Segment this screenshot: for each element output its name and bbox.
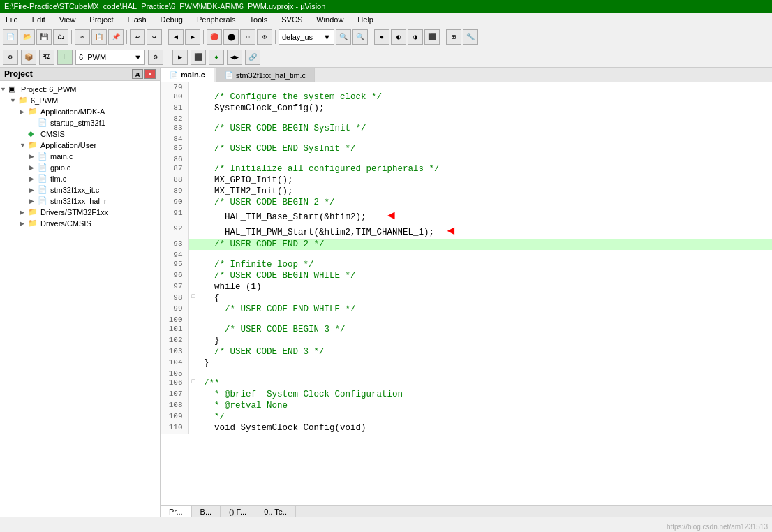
tree-item-node-6pwm[interactable]: ▼📁6_PWM bbox=[0, 95, 160, 106]
tree-item-node-stm32it[interactable]: ▶📄stm32f1xx_it.c bbox=[0, 184, 160, 195]
new-btn[interactable]: 📄 bbox=[3, 29, 18, 45]
tree-icon: 📄 bbox=[38, 163, 49, 172]
code-line-103: 103 /* USER CODE END 3 */ bbox=[161, 346, 772, 357]
save-all-btn[interactable]: 🗂 bbox=[53, 29, 68, 45]
menu-svcs[interactable]: SVCS bbox=[279, 14, 305, 25]
tree-item-node-startup[interactable]: 📄startup_stm32f1 bbox=[0, 117, 160, 128]
menu-peripherals[interactable]: Peripherals bbox=[194, 14, 239, 25]
find-btn[interactable]: 🔍 bbox=[336, 29, 351, 45]
line-code: /* USER CODE BEGIN 2 */ bbox=[198, 197, 772, 208]
grid-btn[interactable]: ⊞ bbox=[446, 29, 461, 45]
code-editor[interactable]: 7980 /* Configure the system clock */81 … bbox=[161, 82, 772, 505]
line-code: /* USER CODE END 3 */ bbox=[198, 346, 772, 357]
target-btn1[interactable]: ⚙ bbox=[3, 50, 18, 65]
fold-indicator bbox=[188, 223, 198, 239]
undo-btn[interactable]: ↩ bbox=[130, 29, 145, 45]
tree-label: Drivers/CMSIS bbox=[40, 219, 91, 228]
search-dropdown[interactable]: delay_us ▼ bbox=[279, 29, 334, 45]
tree-icon: 📄 bbox=[38, 185, 49, 195]
save-btn[interactable]: 💾 bbox=[36, 29, 52, 45]
tab-halc[interactable]: 📄stm32f1xx_hal_tim.c bbox=[216, 68, 315, 82]
line-code: HAL_TIM_Base_Start(&htim2); ◄ bbox=[198, 208, 772, 223]
paste-btn[interactable]: 📌 bbox=[108, 29, 124, 45]
wrench-btn[interactable]: 🔧 bbox=[463, 29, 478, 45]
tree-arrow: ▶ bbox=[29, 186, 38, 193]
menu-file[interactable]: File bbox=[3, 14, 21, 25]
menu-edit[interactable]: Edit bbox=[29, 14, 48, 25]
line-code bbox=[198, 250, 772, 259]
target-settings-btn[interactable]: ⚙ bbox=[148, 50, 163, 65]
title-text: E:\Fire-Practice\STCubeMX_code\HAL_Pract… bbox=[4, 2, 325, 10]
line-number: 90 bbox=[161, 197, 188, 208]
target-btn4[interactable]: L bbox=[57, 50, 73, 65]
fold-indicator[interactable]: □ bbox=[188, 293, 198, 304]
bottom-tab-1[interactable]: B... bbox=[192, 506, 221, 517]
bottom-tab-0[interactable]: Pr... bbox=[161, 506, 192, 517]
tree-item-node-gpioc[interactable]: ▶📄gpio.c bbox=[0, 162, 160, 173]
tree-item-node-drcmsis[interactable]: ▶📁Drivers/CMSIS bbox=[0, 218, 160, 229]
menu-project[interactable]: Project bbox=[87, 14, 116, 25]
flash-btn4[interactable]: ◀▶ bbox=[227, 50, 242, 65]
misc3-btn[interactable]: ◑ bbox=[408, 29, 423, 45]
code-table: 7980 /* Configure the system clock */81 … bbox=[161, 82, 772, 434]
line-code bbox=[198, 154, 772, 163]
tree-item-node-stm32hal[interactable]: ▶📄stm32f1xx_hal_r bbox=[0, 195, 160, 207]
flash-btn3[interactable]: ♦ bbox=[209, 50, 224, 65]
project-dropdown[interactable]: 6_PWM ▼ bbox=[75, 50, 145, 65]
tree-item-node-appmdk[interactable]: ▶📁Application/MDK-A bbox=[0, 106, 160, 117]
bkpt2-btn[interactable]: ⬤ bbox=[223, 29, 239, 45]
fold-indicator bbox=[188, 357, 198, 369]
menu-flash[interactable]: Flash bbox=[125, 14, 149, 25]
tree-item-project-root[interactable]: ▼▣Project: 6_PWM bbox=[0, 84, 160, 95]
menu-view[interactable]: View bbox=[57, 14, 79, 25]
line-code: MX_TIM2_Init(); bbox=[198, 186, 772, 197]
fold-indicator bbox=[188, 239, 198, 250]
fold-indicator bbox=[188, 91, 198, 103]
bkpt3-btn[interactable]: ○ bbox=[240, 29, 255, 45]
tree-icon: 📁 bbox=[28, 219, 39, 228]
bkpt-btn[interactable]: 🔴 bbox=[207, 29, 222, 45]
line-code: * @retval None bbox=[198, 400, 772, 411]
tree-item-node-drivers[interactable]: ▶📁Drivers/STM32F1xx_ bbox=[0, 207, 160, 218]
line-code: MX_GPIO_Init(); bbox=[198, 175, 772, 186]
target-btn3[interactable]: 🏗 bbox=[39, 50, 54, 65]
close-sidebar-btn[interactable]: × bbox=[144, 69, 156, 79]
bottom-tab-2[interactable]: () F... bbox=[221, 506, 255, 517]
line-number: 100 bbox=[161, 315, 188, 324]
tree-label: Application/User bbox=[40, 141, 96, 149]
tree-item-node-timc[interactable]: ▶📄tim.c bbox=[0, 173, 160, 184]
comment-text: */ bbox=[204, 412, 225, 422]
menu-window[interactable]: Window bbox=[313, 14, 346, 25]
back-btn[interactable]: ◀ bbox=[168, 29, 184, 45]
misc2-btn[interactable]: ◐ bbox=[391, 29, 406, 45]
target-btn2[interactable]: 📦 bbox=[21, 50, 36, 65]
red-arrow-icon: ◄ bbox=[440, 224, 455, 238]
flash-btn5[interactable]: 🔗 bbox=[245, 50, 260, 65]
fold-indicator bbox=[188, 324, 198, 335]
tree-label: tim.c bbox=[50, 175, 66, 183]
fwd-btn[interactable]: ▶ bbox=[185, 29, 200, 45]
code-line-89: 89 MX_TIM2_Init(); bbox=[161, 186, 772, 197]
menu-debug[interactable]: Debug bbox=[158, 14, 186, 25]
tree-item-node-cmsis[interactable]: ◆CMSIS bbox=[0, 128, 160, 140]
find2-btn[interactable]: 🔍 bbox=[352, 29, 368, 45]
tree-item-node-appuser[interactable]: ▼📁Application/User bbox=[0, 140, 160, 151]
comment-text: /* USER CODE END 3 */ bbox=[204, 347, 325, 357]
tree-item-node-mainc[interactable]: ▶📄main.c bbox=[0, 151, 160, 162]
menu-tools[interactable]: Tools bbox=[247, 14, 271, 25]
flash-btn2[interactable]: ⬛ bbox=[191, 50, 206, 65]
misc1-btn[interactable]: ● bbox=[374, 29, 389, 45]
menu-help[interactable]: Help bbox=[355, 14, 376, 25]
fold-indicator[interactable]: □ bbox=[188, 378, 198, 389]
cut-btn[interactable]: ✂ bbox=[75, 29, 90, 45]
misc4-btn[interactable]: ⬛ bbox=[424, 29, 440, 45]
pin-btn[interactable]: д bbox=[132, 69, 143, 79]
copy-btn[interactable]: 📋 bbox=[91, 29, 107, 45]
bottom-tab-3[interactable]: 0.. Te.. bbox=[255, 506, 296, 517]
redo-btn[interactable]: ↪ bbox=[147, 29, 162, 45]
flash-btn1[interactable]: ▶ bbox=[172, 50, 188, 65]
bkpt4-btn[interactable]: ⊙ bbox=[257, 29, 272, 45]
tab-mainc[interactable]: 📄main.c bbox=[161, 68, 214, 82]
open-btn[interactable]: 📂 bbox=[20, 29, 35, 45]
code-line-105: 105 bbox=[161, 369, 772, 378]
